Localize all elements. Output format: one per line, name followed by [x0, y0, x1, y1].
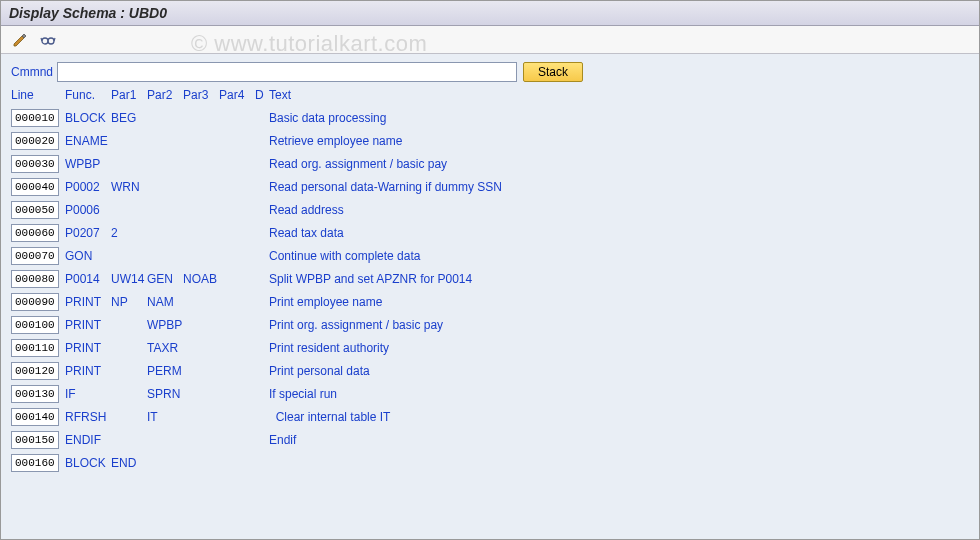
cell-par2: TAXR: [147, 341, 183, 355]
cell-par1: NP: [111, 295, 147, 309]
line-number-input[interactable]: 000110: [11, 339, 59, 357]
table-row: 000160BLOCKEND: [11, 451, 969, 474]
cell-par2: NAM: [147, 295, 183, 309]
cell-par1: WRN: [111, 180, 147, 194]
line-number-input[interactable]: 000100: [11, 316, 59, 334]
cell-text: Read org. assignment / basic pay: [269, 157, 969, 171]
cell-par1: 2: [111, 226, 147, 240]
line-number-input[interactable]: 000060: [11, 224, 59, 242]
line-number-input[interactable]: 000140: [11, 408, 59, 426]
table-row: 000010BLOCKBEGBasic data processing: [11, 106, 969, 129]
cell-func: BLOCK: [65, 456, 111, 470]
cell-par2: SPRN: [147, 387, 183, 401]
cell-text: Continue with complete data: [269, 249, 969, 263]
table-row: 000050P0006Read address: [11, 198, 969, 221]
cell-func: P0006: [65, 203, 111, 217]
header-line: Line: [11, 88, 65, 102]
cell-func: WPBP: [65, 157, 111, 171]
table-row: 000100PRINTWPBPPrint org. assignment / b…: [11, 313, 969, 336]
command-label: Cmmnd: [11, 65, 51, 79]
cell-text: Clear internal table IT: [269, 410, 969, 424]
cell-par3: NOAB: [183, 272, 219, 286]
header-text: Text: [269, 88, 969, 102]
cell-func: P0014: [65, 272, 111, 286]
table-row: 000020ENAMERetrieve employee name: [11, 129, 969, 152]
cell-func: P0207: [65, 226, 111, 240]
line-number-input[interactable]: 000010: [11, 109, 59, 127]
table-row: 000060P02072Read tax data: [11, 221, 969, 244]
content-area: Cmmnd Stack Line Func. Par1 Par2 Par3 Pa…: [1, 54, 979, 540]
cell-text: Print resident authority: [269, 341, 969, 355]
table-row: 000040P0002WRNRead personal data-Warning…: [11, 175, 969, 198]
line-number-input[interactable]: 000050: [11, 201, 59, 219]
cell-func: IF: [65, 387, 111, 401]
command-input[interactable]: [57, 62, 517, 82]
cell-func: RFRSH: [65, 410, 111, 424]
header-func: Func.: [65, 88, 111, 102]
table-row: 000080P0014UW14GENNOABSplit WPBP and set…: [11, 267, 969, 290]
cell-par1: BEG: [111, 111, 147, 125]
toolbar: [1, 26, 979, 54]
command-row: Cmmnd Stack: [11, 62, 969, 82]
line-number-input[interactable]: 000020: [11, 132, 59, 150]
cell-text: Read tax data: [269, 226, 969, 240]
cell-par2: WPBP: [147, 318, 183, 332]
cell-text: Split WPBP and set APZNR for P0014: [269, 272, 969, 286]
cell-text: Endif: [269, 433, 969, 447]
glasses-icon[interactable]: [37, 30, 59, 50]
header-par2: Par2: [147, 88, 183, 102]
header-d: D: [255, 88, 269, 102]
line-number-input[interactable]: 000160: [11, 454, 59, 472]
cell-text: If special run: [269, 387, 969, 401]
cell-func: P0002: [65, 180, 111, 194]
cell-par1: END: [111, 456, 147, 470]
line-number-input[interactable]: 000030: [11, 155, 59, 173]
header-par1: Par1: [111, 88, 147, 102]
table-row: 000090PRINTNPNAMPrint employee name: [11, 290, 969, 313]
cell-par2: GEN: [147, 272, 183, 286]
svg-point-1: [48, 38, 54, 44]
cell-func: PRINT: [65, 318, 111, 332]
cell-text: Basic data processing: [269, 111, 969, 125]
line-number-input[interactable]: 000150: [11, 431, 59, 449]
line-number-input[interactable]: 000130: [11, 385, 59, 403]
line-number-input[interactable]: 000040: [11, 178, 59, 196]
cell-func: GON: [65, 249, 111, 263]
line-number-input[interactable]: 000120: [11, 362, 59, 380]
table-row: 000150ENDIFEndif: [11, 428, 969, 451]
header-par4: Par4: [219, 88, 255, 102]
edit-icon[interactable]: [9, 30, 31, 50]
cell-func: ENDIF: [65, 433, 111, 447]
svg-point-0: [42, 38, 48, 44]
cell-par2: IT: [147, 410, 183, 424]
line-number-input[interactable]: 000070: [11, 247, 59, 265]
cell-func: BLOCK: [65, 111, 111, 125]
cell-text: Read address: [269, 203, 969, 217]
cell-text: Print personal data: [269, 364, 969, 378]
line-number-input[interactable]: 000090: [11, 293, 59, 311]
cell-text: Print org. assignment / basic pay: [269, 318, 969, 332]
table-row: 000110PRINTTAXRPrint resident authority: [11, 336, 969, 359]
rows-container: 000010BLOCKBEGBasic data processing00002…: [11, 106, 969, 474]
table-row: 000130IFSPRNIf special run: [11, 382, 969, 405]
header-par3: Par3: [183, 88, 219, 102]
cell-func: ENAME: [65, 134, 111, 148]
cell-func: PRINT: [65, 364, 111, 378]
table-row: 000070GONContinue with complete data: [11, 244, 969, 267]
cell-func: PRINT: [65, 341, 111, 355]
cell-func: PRINT: [65, 295, 111, 309]
cell-par2: PERM: [147, 364, 183, 378]
line-number-input[interactable]: 000080: [11, 270, 59, 288]
window-title: Display Schema : UBD0: [1, 1, 979, 26]
cell-text: Read personal data-Warning if dummy SSN: [269, 180, 969, 194]
cell-text: Print employee name: [269, 295, 969, 309]
table-row: 000030WPBPRead org. assignment / basic p…: [11, 152, 969, 175]
table-row: 000140RFRSHIT Clear internal table IT: [11, 405, 969, 428]
column-headers: Line Func. Par1 Par2 Par3 Par4 D Text: [11, 88, 969, 106]
table-row: 000120PRINTPERMPrint personal data: [11, 359, 969, 382]
cell-par1: UW14: [111, 272, 147, 286]
stack-button[interactable]: Stack: [523, 62, 583, 82]
cell-text: Retrieve employee name: [269, 134, 969, 148]
